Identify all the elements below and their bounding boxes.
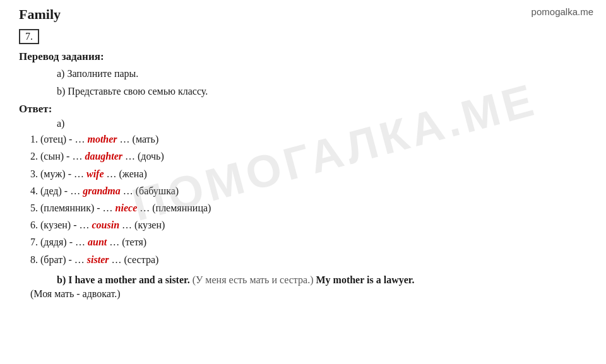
list-item: 7. (дядя) - … aunt … (тетя) — [30, 233, 587, 250]
list-item: 5. (племянник) - … niece … (племянница) — [30, 199, 587, 216]
task-number: 7. — [19, 29, 39, 44]
item-number: 8. (брат) - … — [30, 254, 87, 265]
item-number: 6. (кузен) - … — [30, 220, 92, 230]
task-b: b) Представьте свою семью классу. — [57, 83, 587, 100]
page-container: ПОМОГАЛКА.МЕ pomogalka.me Family 7. Пере… — [0, 0, 606, 364]
item-word: niece — [116, 203, 138, 213]
item-number: 4. (дед) - … — [30, 185, 83, 196]
answer-list: 1. (отец) - … mother … (мать) 2. (сын) -… — [30, 131, 587, 268]
item-word: sister — [87, 254, 109, 265]
item-number: 5. (племянник) - … — [30, 203, 116, 213]
list-item: 1. (отец) - … mother … (мать) — [30, 131, 587, 148]
item-number: 1. (отец) - … — [30, 134, 87, 144]
page-title: Family — [19, 6, 587, 23]
list-item: 2. (сын) - … daughter … (дочь) — [30, 148, 587, 165]
list-item: 4. (дед) - … grandma … (бабушка) — [30, 182, 587, 199]
translation-label: Перевод задания: — [19, 50, 587, 63]
item-suffix: … (сестра) — [109, 254, 158, 265]
item-word: grandma — [83, 185, 121, 196]
answer-b-english-2: My mother is a lawyer. — [316, 274, 414, 285]
item-word: cousin — [92, 220, 120, 230]
item-suffix: … (племянница) — [137, 203, 211, 213]
answer-a-label: a) — [57, 118, 587, 129]
item-suffix: … (жена) — [104, 168, 147, 179]
item-word: aunt — [88, 237, 107, 247]
item-word: wife — [86, 168, 104, 179]
answer-b-english: b) I have a mother and a sister. — [57, 274, 190, 285]
item-number: 2. (сын) - … — [30, 151, 85, 161]
answer-b-russian-1: (У меня есть мать и сестра.) — [193, 274, 314, 285]
answer-label: Ответ: — [19, 103, 587, 115]
item-suffix: … (кузен) — [119, 220, 165, 230]
item-word: daughter — [85, 151, 122, 161]
item-suffix: … (бабушка) — [121, 185, 179, 196]
site-name: pomogalka.me — [532, 6, 593, 17]
item-number: 7. (дядя) - … — [30, 237, 88, 247]
answer-b-russian-2: (Моя мать - адвокат.) — [30, 288, 587, 300]
list-item: 8. (брат) - … sister … (сестра) — [30, 251, 587, 268]
item-number: 3. (муж) - … — [30, 168, 86, 179]
item-word: mother — [87, 134, 117, 144]
item-suffix: … (тетя) — [107, 237, 146, 247]
item-suffix: … (дочь) — [122, 151, 164, 161]
answer-b-section: b) I have a mother and a sister. (У меня… — [57, 272, 587, 288]
task-a: a) Заполните пары. — [57, 66, 587, 82]
item-suffix: … (мать) — [117, 134, 159, 144]
list-item: 6. (кузен) - … cousin … (кузен) — [30, 216, 587, 233]
list-item: 3. (муж) - … wife … (жена) — [30, 165, 587, 182]
